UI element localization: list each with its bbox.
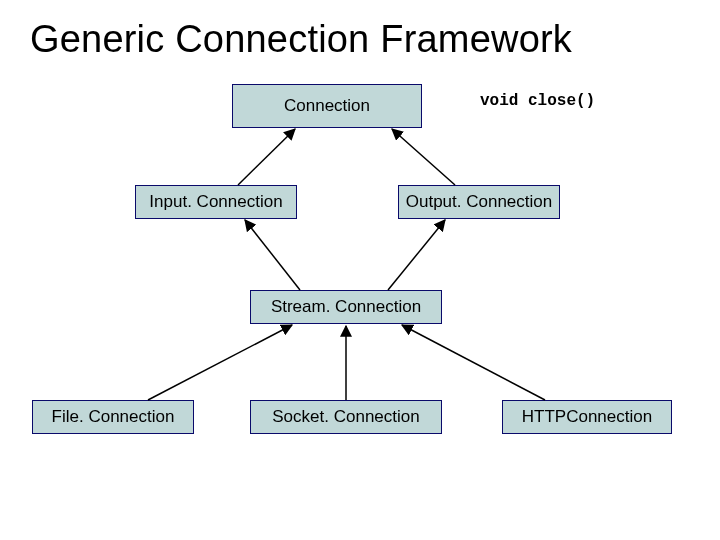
node-output-connection: Output. Connection xyxy=(398,185,560,219)
node-connection: Connection xyxy=(232,84,422,128)
arrows-layer xyxy=(0,0,720,540)
node-socket-connection: Socket. Connection xyxy=(250,400,442,434)
annotation-close: void close() xyxy=(480,92,595,110)
svg-line-2 xyxy=(245,220,300,290)
svg-line-3 xyxy=(388,220,445,290)
node-http-connection: HTTPConnection xyxy=(502,400,672,434)
svg-line-0 xyxy=(238,129,295,185)
svg-line-4 xyxy=(148,325,292,400)
page-title: Generic Connection Framework xyxy=(30,18,572,61)
node-file-connection: File. Connection xyxy=(32,400,194,434)
svg-line-1 xyxy=(392,129,455,185)
svg-line-6 xyxy=(402,325,545,400)
node-stream-connection: Stream. Connection xyxy=(250,290,442,324)
node-input-connection: Input. Connection xyxy=(135,185,297,219)
